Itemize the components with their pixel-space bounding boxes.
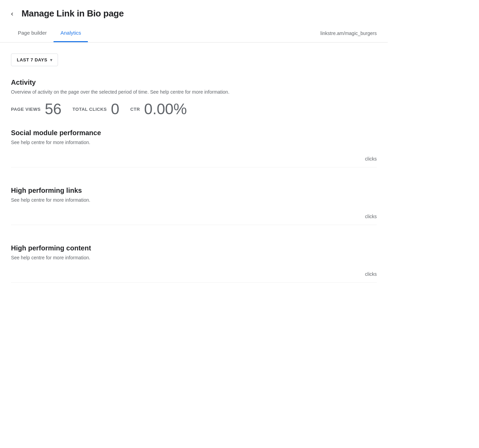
tab-page-builder[interactable]: Page builder [11, 24, 54, 42]
date-filter-button[interactable]: LAST 7 DAYS ▾ [11, 54, 58, 66]
high-performing-content-clicks-label: clicks [365, 271, 377, 277]
back-icon: ‹ [11, 10, 13, 17]
ctr-label: CTR [130, 107, 140, 112]
total-clicks-value: 0 [111, 102, 119, 117]
ctr-group: CTR 0.00% [130, 102, 187, 117]
high-performing-content-section: High performing content See help centre … [11, 244, 377, 290]
total-clicks-group: TOTAL CLICKS 0 [72, 102, 119, 117]
chevron-down-icon: ▾ [50, 58, 52, 62]
main-content: LAST 7 DAYS ▾ Activity Overview of activ… [0, 43, 388, 300]
date-filter-label: LAST 7 DAYS [17, 57, 47, 62]
page-views-value: 56 [45, 102, 61, 117]
high-performing-content-description: See help centre for more information. [11, 255, 377, 260]
nav-bar: Page builder Analytics linkstre.am/magic… [0, 24, 388, 43]
activity-description: Overview of activity on the page over th… [11, 89, 377, 95]
social-module-clicks-label: clicks [365, 156, 377, 162]
high-performing-links-title: High performing links [11, 187, 377, 194]
nav-tabs: Page builder Analytics [11, 24, 88, 42]
tab-analytics[interactable]: Analytics [54, 24, 88, 42]
total-clicks-label: TOTAL CLICKS [72, 107, 107, 112]
social-module-section: Social module performance See help centr… [11, 129, 377, 174]
high-performing-links-description: See help centre for more information. [11, 197, 377, 203]
page-views-label: PAGE VIEWS [11, 107, 40, 112]
profile-url: linkstre.am/magic_burgers [320, 25, 377, 42]
page-header: ‹ Manage Link in Bio page [0, 0, 388, 19]
social-module-clicks: clicks [11, 156, 377, 167]
activity-title: Activity [11, 79, 377, 86]
high-performing-links-clicks: clicks [11, 214, 377, 225]
activity-section: Activity Overview of activity on the pag… [11, 79, 377, 117]
metrics-row: PAGE VIEWS 56 TOTAL CLICKS 0 CTR 0.00% [11, 102, 377, 117]
high-performing-links-section: High performing links See help centre fo… [11, 187, 377, 232]
high-performing-links-clicks-label: clicks [365, 214, 377, 219]
high-performing-content-clicks: clicks [11, 271, 377, 283]
social-module-title: Social module performance [11, 129, 377, 137]
back-button[interactable]: ‹ [11, 8, 16, 19]
page-title: Manage Link in Bio page [22, 8, 124, 19]
ctr-value: 0.00% [144, 102, 187, 117]
high-performing-content-title: High performing content [11, 244, 377, 252]
social-module-description: See help centre for more information. [11, 140, 377, 145]
page-views-group: PAGE VIEWS 56 [11, 102, 61, 117]
